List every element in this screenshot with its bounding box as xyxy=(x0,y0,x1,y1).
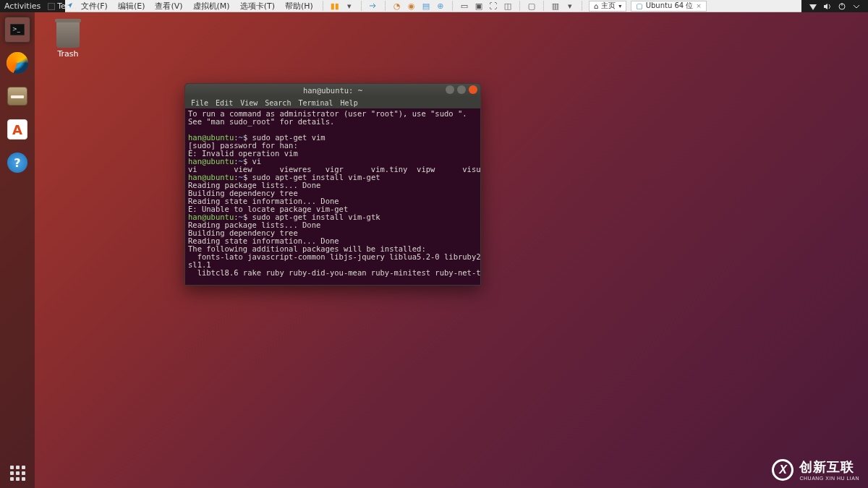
active-app-label: Ter… xyxy=(57,1,77,11)
terminal-output[interactable]: To run a command as administrator (user … xyxy=(185,108,480,285)
vm-menu-view[interactable]: 查看(V) xyxy=(152,0,185,12)
vm-tab-home[interactable]: ⌂ 主页 ▾ xyxy=(589,1,626,12)
show-applications-button[interactable] xyxy=(10,466,25,481)
vm-tab-ubuntu[interactable]: ▢ Ubuntu 64 位 × xyxy=(631,1,707,12)
vm-icon: ▢ xyxy=(636,2,642,10)
vm-menu-tabs[interactable]: 选项卡(T) xyxy=(237,0,278,12)
vm-menu-vm[interactable]: 虚拟机(M) xyxy=(190,0,233,12)
trash-label: Trash xyxy=(52,49,84,59)
dock-firefox[interactable] xyxy=(4,50,30,76)
desktop-trash[interactable]: Trash xyxy=(52,22,84,59)
svg-text:>_: >_ xyxy=(12,26,21,33)
cd-icon[interactable]: ◉ xyxy=(407,1,417,11)
vm-menu-help[interactable]: 帮助(H) xyxy=(282,0,316,12)
vm-tab-home-label: 主页 xyxy=(601,1,616,11)
window-minimize-button[interactable] xyxy=(446,85,454,94)
window-close-button[interactable] xyxy=(469,85,477,94)
activities-button[interactable]: Activities xyxy=(0,1,45,11)
close-tab-icon[interactable]: × xyxy=(696,2,702,9)
dock-help[interactable]: ? xyxy=(4,150,30,176)
term-menu-search[interactable]: Search xyxy=(265,99,291,107)
dropdown-icon[interactable] xyxy=(852,2,861,11)
snapshot-icon[interactable]: ▢ xyxy=(527,1,537,11)
dropdown-icon[interactable]: ▾ xyxy=(565,1,575,11)
dock-software[interactable]: A xyxy=(4,116,30,142)
dropdown-icon[interactable]: ▾ xyxy=(618,3,621,9)
term-menu-view[interactable]: View xyxy=(240,99,258,107)
disk-icon[interactable]: ◔ xyxy=(392,1,402,11)
tools-icon[interactable]: ▥ xyxy=(550,1,561,11)
terminal-window: han@ubuntu: ~ File Edit View Search Term… xyxy=(184,83,481,286)
system-tray[interactable] xyxy=(801,0,868,12)
vm-menu-edit[interactable]: 编辑(E) xyxy=(115,0,148,12)
network-icon[interactable] xyxy=(809,2,817,11)
watermark-sub: CHUANG XIN HU LIAN xyxy=(799,476,859,481)
terminal-icon xyxy=(48,3,55,10)
dock-terminal[interactable]: >_ xyxy=(4,17,30,43)
home-icon: ⌂ xyxy=(594,2,598,10)
volume-icon[interactable] xyxy=(823,2,832,11)
view2-icon[interactable]: ▣ xyxy=(474,1,484,11)
view1-icon[interactable]: ▭ xyxy=(459,1,469,11)
window-maximize-button[interactable] xyxy=(457,85,466,94)
vm-menu-file[interactable]: 文件(F) xyxy=(78,0,111,12)
gnome-topbar: Activities Ter… xyxy=(0,0,65,12)
dock: >_ A ? xyxy=(0,12,35,488)
term-menu-file[interactable]: File xyxy=(191,99,208,107)
send-icon[interactable] xyxy=(368,1,378,11)
vm-host-toolbar: 文件(F) 编辑(E) 查看(V) 虚拟机(M) 选项卡(T) 帮助(H) ▮▮… xyxy=(0,0,868,12)
unity-icon[interactable]: ◫ xyxy=(503,1,513,11)
term-menu-help[interactable]: Help xyxy=(341,99,358,107)
vm-tab-ubuntu-label: Ubuntu 64 位 xyxy=(646,1,694,11)
usb-icon[interactable]: ⊕ xyxy=(435,1,446,11)
terminal-titlebar[interactable]: han@ubuntu: ~ xyxy=(185,84,480,97)
term-menu-terminal[interactable]: Terminal xyxy=(298,99,333,107)
dock-files[interactable] xyxy=(4,83,30,109)
dropdown-icon[interactable]: ▾ xyxy=(344,1,354,11)
terminal-menubar: File Edit View Search Terminal Help xyxy=(185,97,480,108)
power-icon[interactable] xyxy=(838,2,846,11)
trash-icon xyxy=(56,22,80,48)
terminal-title-text: han@ubuntu: ~ xyxy=(303,86,362,95)
net-icon[interactable]: ▤ xyxy=(421,1,431,11)
watermark: X 创新互联 CHUANG XIN HU LIAN xyxy=(772,458,859,481)
watermark-logo-icon: X xyxy=(772,459,793,481)
fullscreen-icon[interactable]: ⛶ xyxy=(488,1,498,11)
active-app-indicator[interactable]: Ter… xyxy=(45,1,80,11)
term-menu-edit[interactable]: Edit xyxy=(216,99,233,107)
pause-icon[interactable]: ▮▮ xyxy=(330,1,340,11)
watermark-main: 创新互联 xyxy=(799,458,859,476)
